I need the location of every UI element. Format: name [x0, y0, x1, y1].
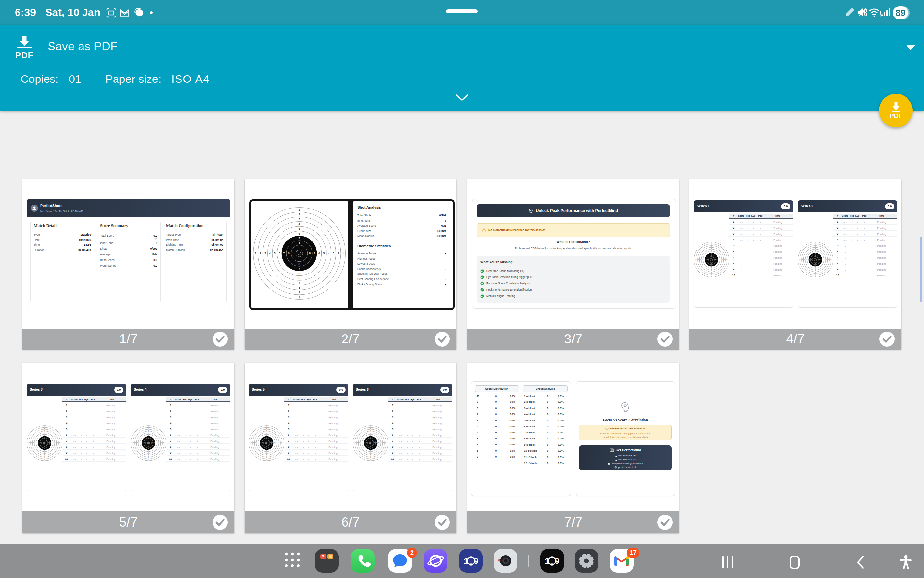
svg-text:5: 5	[721, 259, 721, 260]
svg-text:5: 5	[158, 442, 158, 444]
svg-text:3: 3	[370, 430, 371, 431]
svg-text:7: 7	[283, 252, 285, 255]
svg-text:3: 3	[135, 442, 136, 444]
svg-text:5: 5	[815, 250, 816, 251]
svg-text:1: 1	[342, 252, 344, 255]
svg-text:4: 4	[55, 442, 56, 444]
svg-text:1: 1	[711, 276, 712, 277]
svg-text:7: 7	[44, 448, 45, 450]
svg-text:2: 2	[815, 274, 816, 275]
svg-text:1: 1	[148, 459, 149, 461]
svg-text:4: 4	[159, 442, 160, 444]
svg-text:7: 7	[809, 259, 810, 260]
svg-text:3: 3	[264, 252, 266, 255]
svg-text:7: 7	[39, 442, 39, 444]
svg-text:3: 3	[148, 430, 149, 431]
svg-text:1: 1	[165, 442, 166, 444]
svg-text:4: 4	[299, 222, 300, 226]
svg-text:2: 2	[815, 244, 816, 245]
svg-text:5: 5	[266, 452, 267, 453]
svg-text:3: 3	[31, 442, 32, 444]
svg-text:1: 1	[44, 459, 45, 461]
svg-text:4: 4	[711, 270, 712, 271]
svg-text:8: 8	[148, 446, 149, 448]
svg-text:7: 7	[44, 437, 45, 438]
svg-text:4: 4	[370, 454, 371, 455]
svg-text:5: 5	[702, 259, 703, 260]
svg-text:3: 3	[161, 442, 162, 444]
svg-text:4: 4	[723, 259, 723, 260]
svg-text:1: 1	[283, 442, 284, 444]
svg-text:7: 7	[711, 253, 712, 255]
svg-text:1: 1	[387, 442, 388, 444]
svg-text:7: 7	[370, 437, 371, 438]
svg-text:1: 1	[132, 442, 132, 444]
svg-text:3: 3	[815, 246, 816, 247]
svg-text:2: 2	[726, 259, 727, 260]
svg-text:2: 2	[711, 244, 712, 245]
svg-text:2: 2	[711, 274, 712, 275]
svg-text:5: 5	[148, 452, 149, 453]
svg-text:2: 2	[266, 427, 267, 429]
svg-text:8: 8	[815, 255, 816, 257]
svg-text:8: 8	[715, 259, 716, 260]
svg-text:5: 5	[257, 442, 258, 444]
svg-text:5: 5	[361, 442, 362, 444]
svg-text:1: 1	[299, 208, 300, 211]
svg-text:5: 5	[370, 452, 371, 453]
svg-text:7: 7	[148, 437, 149, 438]
svg-text:8: 8	[711, 255, 712, 257]
svg-text:3: 3	[44, 456, 45, 457]
svg-text:3: 3	[724, 259, 725, 260]
svg-text:6: 6	[378, 442, 378, 444]
svg-text:7: 7	[815, 265, 816, 266]
svg-text:7: 7	[266, 437, 267, 438]
svg-text:4: 4	[815, 270, 816, 271]
svg-text:2: 2	[44, 427, 45, 429]
svg-text:3: 3	[148, 456, 149, 457]
svg-text:8: 8	[299, 241, 300, 244]
svg-text:4: 4	[33, 442, 34, 444]
svg-text:7: 7	[299, 267, 300, 270]
svg-text:8: 8	[40, 442, 41, 444]
svg-text:3: 3	[370, 456, 371, 457]
svg-text:5: 5	[815, 268, 816, 270]
svg-text:3: 3	[253, 442, 254, 444]
svg-text:1: 1	[28, 442, 28, 444]
svg-text:8: 8	[815, 263, 816, 264]
svg-text:5: 5	[370, 433, 371, 435]
svg-text:9: 9	[555, 556, 559, 566]
svg-text:8: 8	[711, 263, 712, 264]
svg-text:7: 7	[376, 442, 377, 444]
svg-text:4: 4	[815, 248, 816, 249]
svg-text:6: 6	[279, 252, 280, 255]
svg-text:4: 4	[269, 252, 271, 255]
svg-text:7: 7	[143, 442, 143, 444]
svg-text:2: 2	[148, 427, 149, 429]
svg-text:2: 2	[696, 259, 697, 260]
svg-text:4: 4	[700, 259, 701, 260]
svg-text:6: 6	[266, 435, 267, 436]
svg-text:6: 6	[823, 259, 823, 260]
svg-text:2: 2	[299, 213, 300, 216]
svg-text:4: 4	[266, 431, 267, 432]
svg-text:7: 7	[266, 448, 267, 450]
svg-text:2: 2	[133, 442, 134, 444]
svg-text:4: 4	[148, 431, 149, 432]
svg-text:3: 3	[44, 430, 45, 431]
svg-text:8: 8	[309, 252, 310, 255]
svg-text:1: 1	[370, 459, 371, 461]
svg-text:6: 6	[52, 442, 52, 444]
svg-text:5: 5	[380, 442, 380, 444]
svg-text:7: 7	[717, 259, 718, 260]
svg-text:5: 5	[35, 442, 36, 444]
svg-text:2: 2	[830, 259, 831, 260]
svg-text:5: 5	[299, 227, 300, 230]
svg-text:8: 8	[811, 259, 812, 260]
svg-text:8: 8	[819, 259, 820, 260]
svg-text:3: 3	[299, 286, 300, 289]
svg-text:PDF: PDF	[890, 112, 902, 119]
svg-text:3: 3	[828, 259, 829, 260]
svg-text:6: 6	[711, 252, 712, 253]
svg-text:7: 7	[148, 448, 149, 450]
